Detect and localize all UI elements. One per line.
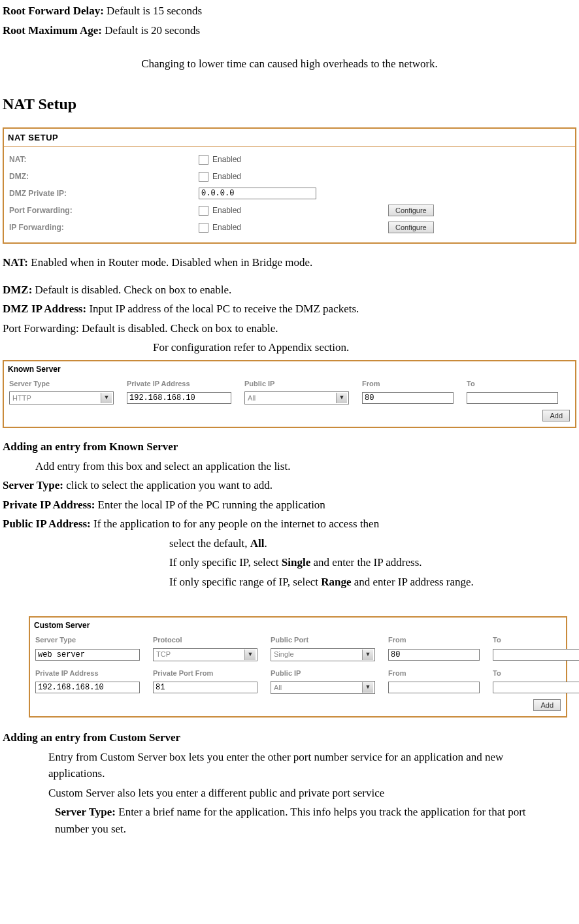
ks-head-private-ip: Private IP Address	[127, 378, 238, 389]
dmzip-desc-line: DMZ IP Address: Input IP address of the …	[3, 301, 576, 318]
cs-st-label: Server Type:	[55, 806, 116, 818]
ks-pub-line4: If only specific range of IP, select Ran…	[169, 574, 576, 591]
dmzip-desc-text: Input IP address of the local PC to rece…	[86, 303, 359, 315]
cs-head-protocol: Protocol	[153, 635, 264, 646]
nat-setup-heading: NAT Setup	[3, 92, 576, 116]
nat-row-dmz-ip: DMZ Private IP:	[9, 185, 570, 202]
ks-server-type-select[interactable]: HTTP ▼	[9, 391, 114, 404]
cs-head-public-ip: Public IP	[271, 668, 382, 679]
cs-header-row2: Private IP Address Private Port From Pub…	[30, 667, 566, 680]
port-forwarding-checkbox[interactable]	[199, 206, 208, 216]
ks-to-input[interactable]	[467, 392, 558, 404]
nat-row-nat: NAT: Enabled	[9, 151, 570, 168]
chevron-down-icon: ▼	[101, 393, 112, 403]
cs-head-from: From	[388, 635, 486, 646]
nat-checkbox[interactable]	[199, 155, 208, 165]
ks-st-label: Server Type:	[3, 479, 63, 491]
cs-protocol-value: TCP	[156, 649, 171, 660]
cs-head-private-port-from: Private Port From	[153, 668, 264, 679]
cs-to-input[interactable]	[493, 649, 579, 661]
ks-head-public-ip: Public IP	[244, 378, 356, 389]
custom-server-add-button[interactable]: Add	[533, 699, 561, 711]
port-forwarding-text: Enabled	[212, 205, 241, 216]
cs-st-desc: Enter a brief name for the application. …	[55, 806, 526, 835]
known-server-header-row: Server Type Private IP Address Public IP…	[4, 377, 575, 391]
ks-head-to: To	[467, 378, 563, 389]
cs-server-type-input[interactable]	[35, 649, 140, 661]
ks-st-desc: click to select the application you want…	[63, 479, 273, 491]
ks-st-line: Server Type: click to select the applica…	[3, 477, 576, 494]
spacer	[3, 41, 576, 53]
ks-server-type-value: HTTP	[12, 393, 31, 404]
dmz-label: DMZ:	[9, 171, 199, 182]
ks-line1: Add entry from this box and select an ap…	[35, 458, 576, 475]
known-server-row: HTTP ▼ All ▼	[4, 390, 575, 410]
root-max-age-label: Root Maximum Age:	[3, 24, 102, 37]
ip-forwarding-text: Enabled	[212, 222, 241, 233]
dmz-desc-text: Default is disabled. Check on box to ena…	[32, 284, 231, 296]
dmz-ip-input[interactable]	[199, 188, 316, 199]
cs-head-to2: To	[493, 668, 561, 679]
nat-panel-title: NAT SETUP	[4, 129, 575, 147]
custom-server-panel: Custom Server Server Type Protocol Publi…	[29, 616, 567, 718]
nat-row-port-forwarding: Port Forwarding: Enabled Configure	[9, 202, 570, 219]
chevron-down-icon: ▼	[244, 650, 256, 660]
ks-head-from: From	[362, 378, 460, 389]
nat-row-dmz: DMZ: Enabled	[9, 168, 570, 185]
dmz-ip-label: DMZ Private IP:	[9, 188, 199, 199]
nat-desc-label: NAT:	[3, 256, 28, 269]
nat-label: NAT:	[9, 154, 199, 165]
known-server-add-button[interactable]: Add	[542, 410, 570, 421]
cs-private-port-from-input[interactable]	[153, 682, 257, 693]
cs-row2: All ▼	[30, 680, 566, 699]
ks-pip-label: Private IP Address:	[3, 499, 95, 511]
cs-public-ip-value: All	[274, 682, 282, 693]
ks-head-server-type: Server Type	[9, 378, 120, 389]
ip-forwarding-checkbox[interactable]	[199, 223, 208, 233]
ks-private-ip-input[interactable]	[127, 392, 231, 404]
ks-pub-line1: Public IP Address: If the application to…	[3, 516, 576, 533]
dmz-checkbox[interactable]	[199, 172, 208, 182]
ip-forwarding-label: IP Forwarding:	[9, 222, 199, 233]
port-forwarding-label: Port Forwarding:	[9, 205, 199, 216]
cs-head-private-ip: Private IP Address	[35, 668, 146, 679]
ip-forwarding-configure-button[interactable]: Configure	[388, 222, 434, 233]
ks-public-ip-value: All	[248, 393, 256, 404]
root-max-age-line: Root Maximum Age: Default is 20 seconds	[3, 22, 576, 39]
chevron-down-icon: ▼	[336, 393, 347, 403]
ks-pub-line3: If only specific IP, select Single and e…	[169, 554, 576, 571]
ks-public-ip-select[interactable]: All ▼	[244, 391, 349, 404]
cs-header-row1: Server Type Protocol Public Port From To	[30, 633, 566, 647]
root-forward-delay-label: Root Forward Delay:	[3, 5, 104, 17]
root-max-age-text: Default is 20 seconds	[102, 24, 200, 37]
nat-desc-line: NAT: Enabled when in Router mode. Disabl…	[3, 254, 576, 271]
ks-pub-line2: select the default, All.	[169, 535, 576, 552]
cs-protocol-select[interactable]: TCP ▼	[153, 648, 257, 661]
dmz-desc-label: DMZ:	[3, 284, 32, 296]
cs-st-line: Server Type: Enter a brief name for the …	[55, 804, 550, 837]
cs-from2-input[interactable]	[388, 682, 480, 693]
cs-public-port-select[interactable]: Single ▼	[271, 648, 375, 661]
cs-public-ip-select[interactable]: All ▼	[271, 681, 375, 694]
cs-p2: Custom Server also lets you enter a diff…	[48, 785, 576, 802]
cs-head-from2: From	[388, 668, 486, 679]
custom-server-heading: Adding an entry from Custom Server	[3, 729, 576, 746]
cs-private-ip-input[interactable]	[35, 682, 140, 693]
cs-p1: Entry from Custom Server box lets you en…	[48, 749, 550, 782]
ks-pip-desc: Enter the local IP of the PC running the…	[95, 499, 325, 511]
root-forward-delay-line: Root Forward Delay: Default is 15 second…	[3, 3, 576, 20]
known-server-heading: Adding an entry from Known Server	[3, 438, 576, 455]
port-forwarding-configure-button[interactable]: Configure	[388, 205, 434, 216]
overhead-note: Changing to lower time can caused high o…	[3, 56, 576, 73]
cs-from-input[interactable]	[388, 649, 480, 661]
cs-to2-input[interactable]	[493, 682, 579, 693]
pf-desc-line: Port Forwarding: Default is disabled. Ch…	[3, 320, 576, 337]
nat-setup-panel: NAT SETUP NAT: Enabled DMZ: Enabled DMZ …	[3, 127, 576, 244]
dmz-enabled-text: Enabled	[212, 171, 241, 182]
chevron-down-icon: ▼	[362, 682, 373, 693]
ks-from-input[interactable]	[362, 392, 454, 404]
chevron-down-icon: ▼	[362, 650, 373, 660]
pf-appendix-note: For configuration refer to Appendix sect…	[153, 339, 576, 356]
known-server-panel: Known Server Server Type Private IP Addr…	[3, 360, 576, 429]
ks-pub-desc: If the application to for any people on …	[91, 518, 379, 530]
